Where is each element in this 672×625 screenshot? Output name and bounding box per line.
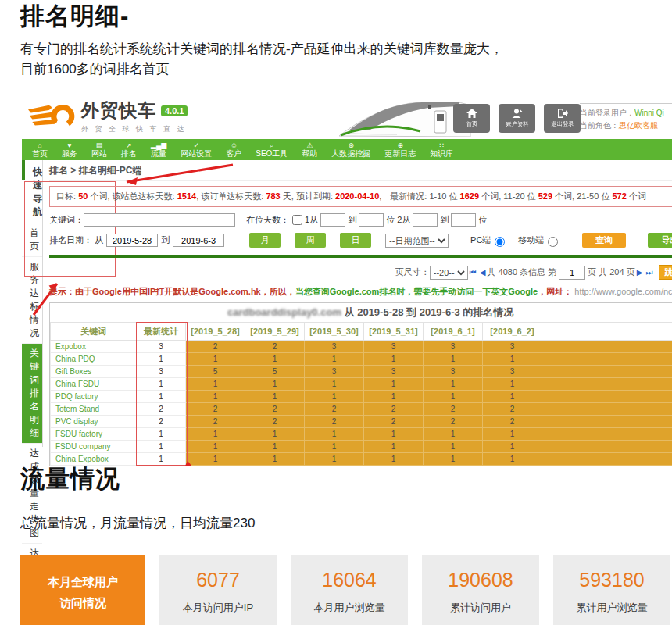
days-to2-input[interactable] bbox=[451, 213, 476, 227]
page-info-before: 共 4080 条信息 第 bbox=[487, 266, 556, 278]
table-col-header: [2019_5_28] bbox=[186, 323, 245, 341]
table-col-header: 关键词 bbox=[51, 323, 137, 341]
app-header: 外贸快车 4.0.1 外 贸 全 球 快 车 直 达 首页账户资料退出登录 当前… bbox=[22, 94, 672, 139]
rank-cell: 2 bbox=[364, 416, 424, 428]
traffic-stat-card: 16064本月用户浏览量 bbox=[291, 555, 408, 625]
days-seg1: 1从 bbox=[305, 214, 318, 226]
rank-cell: 2 bbox=[245, 403, 305, 416]
date-range-select[interactable]: --日期范围-- bbox=[385, 234, 449, 248]
stats-segment: 个词 bbox=[627, 191, 646, 201]
table-row: PDQ factory1111111 bbox=[51, 391, 672, 403]
first-page-icon[interactable]: ⏮ bbox=[470, 268, 477, 277]
keyword-cell: FSDU factory bbox=[51, 428, 137, 441]
ranking-table-wrap: cardboarddisplay0.com 从 2019-5-28 到 2019… bbox=[49, 302, 672, 466]
traffic-stat-value: 593180 bbox=[579, 569, 644, 591]
days-to1-input[interactable] bbox=[359, 213, 384, 227]
brand-slogan: 外 贸 全 球 快 车 直 达 bbox=[81, 124, 188, 134]
latest-stat-cell: 1 bbox=[137, 441, 186, 453]
day-button[interactable]: 日 bbox=[340, 233, 371, 248]
last-page-icon[interactable]: ⏭ bbox=[645, 268, 652, 277]
table-col-header: [2019_6_2] bbox=[483, 323, 542, 341]
days-checkbox[interactable] bbox=[292, 215, 302, 225]
login-user-label: 当前登录用户： bbox=[580, 109, 634, 117]
keyword-cell: China PDQ bbox=[51, 353, 137, 366]
rank-cell: 1 bbox=[245, 453, 305, 466]
month-button[interactable]: 月 bbox=[249, 233, 281, 248]
nav-item-knowledge-base[interactable]: ∷知识库 bbox=[423, 142, 460, 158]
jump-button[interactable]: 跳转 bbox=[659, 265, 672, 280]
next-page-icon[interactable]: ▶ bbox=[637, 268, 643, 277]
table-row: Expobox3223333 bbox=[51, 341, 672, 353]
logout-icon bbox=[557, 109, 568, 118]
nav-item-site-settings[interactable]: ✓网站设置 bbox=[173, 142, 219, 158]
sidebar-item[interactable]: 关键词排名明细 bbox=[22, 344, 42, 444]
keyword-label: 关键词： bbox=[49, 214, 84, 226]
rank-cell: 1 bbox=[305, 453, 364, 466]
content-panel: 排名 > 排名明细-PC端 目标: 50 个词, 该站总达标天数: 1514, … bbox=[43, 160, 672, 447]
traffic-paragraph: 总流量情况，月流量情况，日均流量230 bbox=[20, 514, 255, 532]
table-header-row: 关键词最新统计[2019_5_28][2019_5_29][2019_5_30]… bbox=[51, 323, 672, 341]
week-button[interactable]: 周 bbox=[295, 233, 326, 248]
stats-segment: 50 bbox=[78, 191, 88, 201]
nav-item-service[interactable]: ♥服务 bbox=[55, 142, 84, 158]
nav-item-ranking[interactable]: ↗排名 bbox=[114, 142, 144, 158]
traffic-stat-value: 6077 bbox=[196, 569, 240, 591]
nav-item-big-data[interactable]: ⊛大数据挖掘 bbox=[324, 142, 377, 158]
website-icon: ▤ bbox=[91, 142, 107, 150]
query-button[interactable]: 查询 bbox=[582, 233, 626, 248]
rank-cell-partial bbox=[542, 403, 672, 416]
sidebar: 快速导航 首页服务达标情况关键词排名明细达成数量走势图达成数量饼图 bbox=[22, 160, 43, 447]
nav-item-label: 排名 bbox=[121, 150, 137, 158]
rank-cell: 2 bbox=[424, 416, 483, 428]
nav-item-home[interactable]: ⌂首页 bbox=[25, 142, 55, 158]
intro-line-2: 目前1600多的词排名首页 bbox=[20, 62, 170, 77]
nav-item-website[interactable]: ▤网站 bbox=[84, 142, 114, 158]
sidebar-item[interactable]: 首页 bbox=[22, 223, 42, 257]
rank-cell: 3 bbox=[305, 366, 364, 378]
rank-cell: 3 bbox=[364, 366, 424, 378]
days-from1-input[interactable] bbox=[320, 213, 345, 227]
header-button-账户资料[interactable]: 账户资料 bbox=[499, 104, 535, 133]
rank-cell-partial bbox=[542, 341, 672, 353]
rank-cell-partial bbox=[542, 353, 672, 366]
header-button-首页[interactable]: 首页 bbox=[453, 104, 490, 133]
rank-cell: 1 bbox=[364, 391, 424, 403]
page-size-select[interactable]: --20-- bbox=[430, 266, 468, 280]
sidebar-collapse-handle[interactable] bbox=[22, 160, 25, 180]
sidebar-item[interactable]: 服务达标情况 bbox=[22, 257, 42, 344]
export-button[interactable]: 导出 bbox=[648, 233, 672, 248]
rank-cell: 1 bbox=[305, 441, 364, 453]
table-row: PVC display2222222 bbox=[51, 416, 672, 428]
page-number-input[interactable] bbox=[559, 266, 585, 280]
rank-cell: 2 bbox=[364, 403, 424, 416]
nav-item-changelog[interactable]: ⊕更新日志 bbox=[377, 142, 423, 158]
nav-item-traffic[interactable]: ▂▄▆流量 bbox=[144, 142, 173, 158]
table-title: cardboarddisplay0.com 从 2019-5-28 到 2019… bbox=[50, 303, 672, 322]
rank-cell: 1 bbox=[483, 441, 542, 453]
rank-cell: 2 bbox=[245, 416, 305, 428]
traffic-stat-label: 累计用户浏览量 bbox=[577, 601, 648, 615]
date-from-input[interactable] bbox=[106, 234, 158, 247]
table-col-header: [2019_6_1] bbox=[424, 323, 483, 341]
train-graphic bbox=[334, 98, 471, 139]
rank-cell-partial bbox=[542, 378, 672, 391]
keyword-input[interactable] bbox=[84, 213, 235, 227]
stats-segment: 1514 bbox=[177, 191, 196, 201]
hint-segment: http://www.google.com/ncr bbox=[574, 287, 672, 296]
nav-item-seo-tools[interactable]: ⌕SEO工具 bbox=[248, 142, 295, 158]
pc-radio[interactable] bbox=[495, 237, 505, 247]
date-to-input[interactable] bbox=[173, 234, 224, 247]
table-title-rest: 从 2019-5-28 到 2019-6-3 的排名情况 bbox=[341, 306, 513, 318]
header-button-label: 首页 bbox=[466, 120, 477, 128]
rank-cell: 1 bbox=[424, 353, 483, 366]
rank-cell: 1 bbox=[186, 353, 245, 366]
prev-page-icon[interactable]: ◀ bbox=[480, 268, 486, 277]
page-info-after: 页 共 204 页 bbox=[588, 266, 635, 278]
nav-item-customers[interactable]: ☺客户 bbox=[219, 142, 248, 158]
main-nav: ⌂首页♥服务▤网站↗排名▂▄▆流量✓网站设置☺客户⌕SEO工具⚠帮助⊛大数据挖掘… bbox=[22, 139, 672, 160]
days-from2-input[interactable] bbox=[413, 213, 438, 227]
traffic-highlight-card: 本月全球用户 访问情况 bbox=[20, 555, 145, 625]
header-button-退出登录[interactable]: 退出登录 bbox=[544, 104, 581, 133]
mobile-radio[interactable] bbox=[548, 237, 558, 247]
nav-item-help[interactable]: ⚠帮助 bbox=[295, 142, 324, 158]
